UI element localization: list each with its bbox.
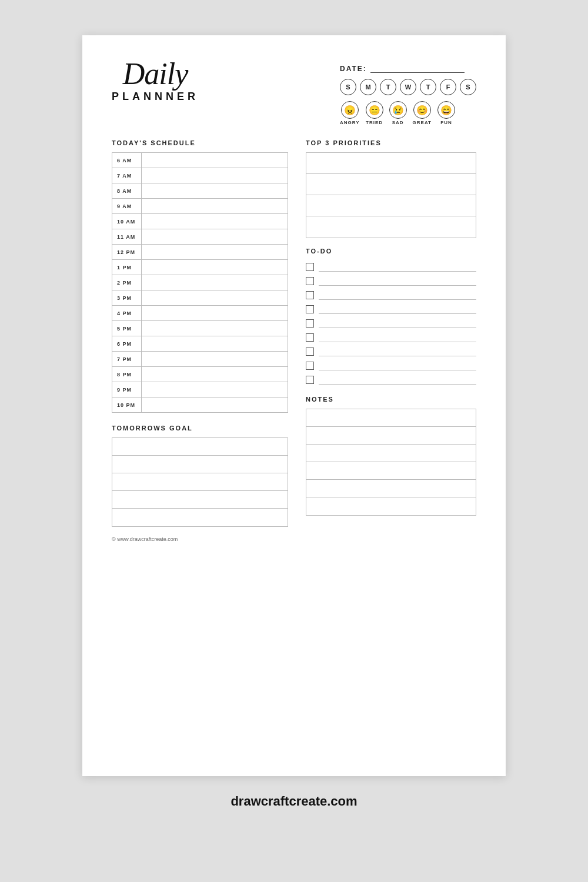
time-7am: 7 AM (112, 168, 142, 183)
todo-checkbox-2[interactable] (306, 277, 314, 285)
left-column: TODAY'S SCHEDULE 6 AM 7 AM 8 AM 9 AM 10 … (112, 139, 288, 527)
notes-line-1[interactable] (306, 409, 476, 427)
todo-checkbox-4[interactable] (306, 305, 314, 313)
event-10pm[interactable] (142, 397, 288, 413)
mood-tried-face: 😑 (366, 101, 383, 119)
event-6pm[interactable] (142, 336, 288, 352)
event-7pm[interactable] (142, 352, 288, 367)
mood-fun-label: FUN (440, 120, 452, 125)
time-10pm: 10 PM (112, 397, 142, 413)
time-4pm: 4 PM (112, 306, 142, 321)
logo-area: Daily PLANNNER (112, 59, 199, 103)
todo-line-1[interactable] (319, 262, 476, 272)
todo-line-8[interactable] (319, 361, 476, 370)
day-sat[interactable]: S (460, 79, 476, 95)
priorities-box (306, 152, 476, 238)
table-row: 7 PM (112, 352, 288, 367)
todo-line-3[interactable] (319, 290, 476, 300)
event-4pm[interactable] (142, 306, 288, 321)
time-8pm: 8 PM (112, 367, 142, 382)
mood-row: 😠 ANGRY 😑 TRIED 😢 SAD 😊 GREAT 😄 F (340, 101, 455, 125)
mood-great[interactable]: 😊 GREAT (413, 101, 432, 125)
todo-checkbox-9[interactable] (306, 376, 314, 384)
table-row: 9 AM (112, 199, 288, 214)
planner-page: Daily PLANNNER DATE: S M T W T F S 😠 ANG… (82, 35, 506, 776)
tomorrows-line[interactable] (112, 491, 288, 509)
time-6am: 6 AM (112, 153, 142, 168)
footer-credit: © www.drawcraftcreate.com (112, 536, 476, 542)
event-2pm[interactable] (142, 275, 288, 290)
table-row: 4 PM (112, 306, 288, 321)
tomorrows-box (112, 437, 288, 527)
notes-title: NOTES (306, 396, 476, 403)
event-1pm[interactable] (142, 260, 288, 275)
event-9am[interactable] (142, 199, 288, 214)
event-12pm[interactable] (142, 245, 288, 260)
table-row: 8 PM (112, 367, 288, 382)
day-fri[interactable]: F (440, 79, 456, 95)
date-line (370, 65, 465, 73)
tomorrows-line[interactable] (112, 473, 288, 491)
todo-line-6[interactable] (319, 333, 476, 342)
tomorrows-line[interactable] (112, 456, 288, 473)
tomorrows-line[interactable] (112, 509, 288, 526)
todo-checkbox-8[interactable] (306, 362, 314, 370)
todo-line-5[interactable] (319, 319, 476, 328)
logo-sub: PLANNNER (112, 91, 199, 103)
notes-line-3[interactable] (306, 445, 476, 462)
event-8am[interactable] (142, 183, 288, 199)
todo-section: TO-DO (306, 248, 476, 386)
todo-checkbox-6[interactable] (306, 333, 314, 342)
event-5pm[interactable] (142, 321, 288, 336)
event-10am[interactable] (142, 214, 288, 229)
todo-item-7 (306, 345, 476, 358)
notes-line-2[interactable] (306, 427, 476, 445)
priority-row-4[interactable] (306, 216, 476, 238)
event-8pm[interactable] (142, 367, 288, 382)
table-row: 12 PM (112, 245, 288, 260)
day-tue[interactable]: T (380, 79, 396, 95)
tomorrows-line[interactable] (112, 438, 288, 456)
event-7am[interactable] (142, 168, 288, 183)
todo-checkbox-7[interactable] (306, 348, 314, 356)
tomorrows-title: TOMORROWS GOAL (112, 425, 288, 432)
todo-item-2 (306, 275, 476, 288)
day-mon[interactable]: M (360, 79, 376, 95)
event-6am[interactable] (142, 153, 288, 168)
todo-item-4 (306, 303, 476, 316)
mood-tried[interactable]: 😑 TRIED (366, 101, 383, 125)
priority-row-3[interactable] (306, 195, 476, 216)
event-9pm[interactable] (142, 382, 288, 397)
todo-checkbox-3[interactable] (306, 291, 314, 299)
todo-line-7[interactable] (319, 347, 476, 356)
mood-sad[interactable]: 😢 SAD (389, 101, 407, 125)
mood-fun[interactable]: 😄 FUN (437, 101, 455, 125)
event-11am[interactable] (142, 229, 288, 245)
todo-line-4[interactable] (319, 305, 476, 314)
time-1pm: 1 PM (112, 260, 142, 275)
time-6pm: 6 PM (112, 336, 142, 352)
priority-row-2[interactable] (306, 174, 476, 195)
right-column: TOP 3 PRIORITIES TO-DO (306, 139, 476, 527)
priority-row-1[interactable] (306, 153, 476, 174)
event-3pm[interactable] (142, 290, 288, 306)
time-9am: 9 AM (112, 199, 142, 214)
day-thu[interactable]: T (420, 79, 436, 95)
website-footer: drawcraftcreate.com (230, 794, 357, 809)
todo-line-9[interactable] (319, 375, 476, 385)
day-sun[interactable]: S (340, 79, 356, 95)
todo-checkbox-1[interactable] (306, 263, 314, 271)
table-row: 5 PM (112, 321, 288, 336)
mood-angry[interactable]: 😠 ANGRY (340, 101, 360, 125)
notes-line-6[interactable] (306, 497, 476, 515)
todo-checkbox-5[interactable] (306, 319, 314, 328)
todo-line-2[interactable] (319, 276, 476, 286)
time-3pm: 3 PM (112, 290, 142, 306)
table-row: 6 AM (112, 153, 288, 168)
day-wed[interactable]: W (400, 79, 416, 95)
logo-script: Daily (123, 59, 188, 89)
mood-sad-face: 😢 (389, 101, 407, 119)
mood-great-face: 😊 (413, 101, 431, 119)
notes-line-5[interactable] (306, 480, 476, 497)
notes-line-4[interactable] (306, 462, 476, 480)
